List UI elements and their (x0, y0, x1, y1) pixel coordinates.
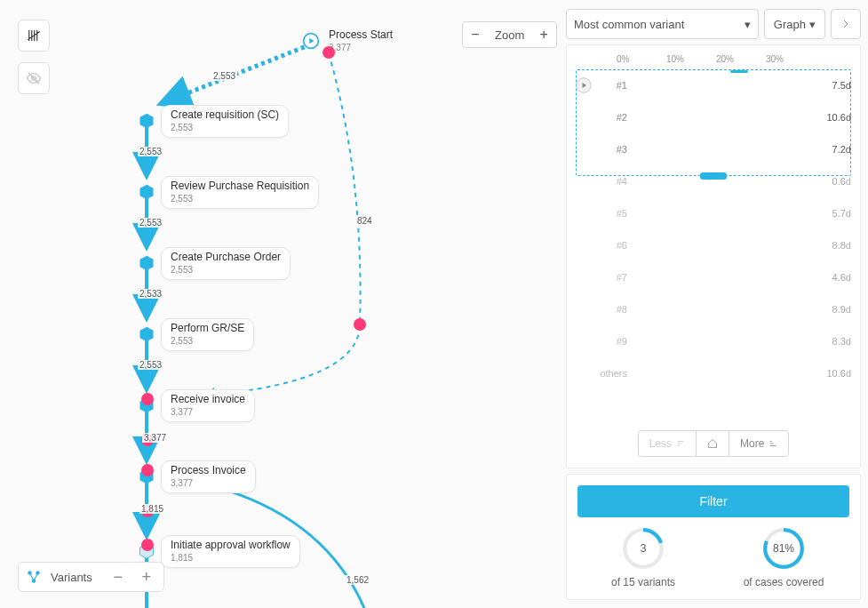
variant-duration: 8.3d (819, 336, 851, 347)
home-button[interactable] (697, 430, 729, 457)
bar-wrap (633, 237, 814, 253)
bar-wrap (633, 205, 814, 221)
milestone-dot (141, 464, 154, 476)
node-create-po[interactable]: Create Purchase Order2,553 (138, 247, 291, 280)
variant-duration: 4.6d (819, 272, 851, 283)
variant-rank: #5 (597, 208, 627, 219)
variant-rank: #4 (597, 176, 627, 187)
variant-sort-select[interactable]: Most common variant ▾ (566, 9, 759, 39)
bar-wrap (633, 333, 814, 349)
variant-row[interactable]: #88.9d (576, 293, 851, 325)
variant-row[interactable]: #37.2d (576, 133, 851, 165)
milestone-dot (323, 46, 335, 59)
variant-rank: #9 (597, 336, 627, 347)
svg-marker-4 (140, 256, 154, 271)
variant-duration: 7.5d (819, 80, 851, 91)
edges-layer (0, 0, 560, 608)
edge-label: 2,553 (138, 360, 163, 370)
edge-label: 3,377 (142, 433, 168, 443)
eye-off-icon (26, 70, 42, 86)
node-process-invoice[interactable]: Process Invoice3,377 (138, 460, 256, 493)
node-create-requisition[interactable]: Create requisition (SC)2,553 (138, 105, 289, 138)
edge-label: 1,815 (139, 504, 165, 514)
variants-less-button[interactable]: − (108, 567, 128, 587)
filter-card: Filter 3 of 15 variants 81% of cases cov… (566, 474, 861, 600)
variant-row[interactable]: #40.6d (576, 165, 851, 197)
variant-row[interactable]: #98.3d (576, 325, 851, 357)
process-start-node[interactable]: Process Start3,377 (302, 27, 396, 56)
edge-label: 2,553 (138, 147, 163, 156)
donut-cases: 81% (761, 526, 806, 571)
milestone-dot (141, 539, 154, 551)
sort-desc-icon (768, 439, 777, 448)
edge-label: 2,553 (138, 218, 163, 228)
variants-icon (26, 569, 42, 585)
hex-icon (138, 183, 155, 201)
variant-duration: 5.7d (819, 208, 851, 219)
variant-row[interactable]: #68.8d (576, 229, 851, 261)
variant-duration: 8.9d (819, 304, 851, 315)
hex-icon (138, 325, 155, 343)
zoom-label: Zoom (488, 28, 531, 42)
variants-control: Variants − + (18, 562, 164, 592)
less-button[interactable]: Less (638, 430, 697, 457)
milestone-dot (141, 393, 154, 405)
variant-duration: 10.6d (819, 368, 851, 379)
variant-row[interactable]: #210.6d (576, 101, 851, 133)
bar-wrap (633, 141, 814, 157)
zoom-control: − Zoom + (462, 21, 557, 48)
variant-row[interactable]: others10.6d (576, 357, 851, 389)
zoom-out-button[interactable]: − (463, 22, 488, 47)
variant-chart: 0%10%20%30% #17.5d#210.6d#37.2d#40.6d#55… (566, 44, 861, 468)
variants-more-button[interactable]: + (137, 567, 156, 587)
edge-label: 2,553 (211, 71, 237, 81)
variant-rank: #8 (597, 304, 627, 315)
play-icon (302, 32, 320, 50)
sort-asc-icon (676, 439, 685, 448)
process-start-label: Process Start3,377 (325, 27, 396, 56)
svg-point-9 (28, 571, 32, 575)
expand-panel-button[interactable] (831, 9, 861, 39)
milestone-dot (354, 318, 366, 331)
svg-point-10 (36, 571, 40, 575)
more-button[interactable]: More (729, 430, 789, 457)
variant-duration: 8.8d (819, 240, 851, 251)
zoom-in-button[interactable]: + (531, 22, 556, 47)
chevron-right-icon (840, 19, 851, 29)
filter-button[interactable]: Filter (577, 485, 849, 517)
variant-rank: #3 (597, 144, 627, 155)
visibility-button[interactable] (18, 62, 50, 94)
edge-label: 2,533 (138, 289, 163, 299)
svg-marker-3 (140, 185, 154, 200)
bar-wrap (633, 109, 814, 125)
node-perform-grse[interactable]: Perform GR/SE2,553 (138, 318, 254, 351)
node-review-requisition[interactable]: Review Purchase Requisition2,553 (138, 176, 319, 209)
right-panel: Most common variant ▾ Graph▾ 0%10%20%30%… (566, 9, 861, 600)
svg-marker-5 (140, 327, 154, 342)
tally-icon (26, 28, 42, 44)
node-receive-invoice[interactable]: Receive invoice3,377 (138, 389, 255, 422)
edge-label: 1,562 (345, 575, 370, 585)
hex-icon (138, 112, 155, 130)
chevron-down-icon: ▾ (809, 18, 816, 31)
variant-rank: others (597, 368, 627, 379)
variant-rank: #2 (597, 112, 627, 123)
variant-rank: #1 (597, 80, 627, 91)
process-canvas[interactable]: Process Start3,377 Create requisition (S… (0, 0, 560, 608)
variants-label: Variants (51, 571, 100, 584)
bar-wrap (633, 77, 814, 93)
variant-row[interactable]: #17.5d (576, 69, 851, 101)
play-icon (576, 77, 592, 93)
variant-rank: #6 (597, 240, 627, 251)
chart-rows: #17.5d#210.6d#37.2d#40.6d#55.7d#68.8d#74… (576, 69, 851, 423)
variant-duration: 0.6d (819, 176, 851, 187)
chevron-down-icon: ▾ (745, 18, 751, 31)
donut-variants: 3 (621, 526, 665, 571)
variant-row[interactable]: #55.7d (576, 197, 851, 229)
hex-icon (138, 254, 155, 272)
tally-button[interactable] (18, 20, 50, 52)
variant-row[interactable]: #74.6d (576, 261, 851, 293)
stat-variants: 3 of 15 variants (577, 526, 709, 588)
stat-cases: 81% of cases covered (718, 526, 849, 588)
graph-mode-button[interactable]: Graph▾ (764, 9, 825, 39)
